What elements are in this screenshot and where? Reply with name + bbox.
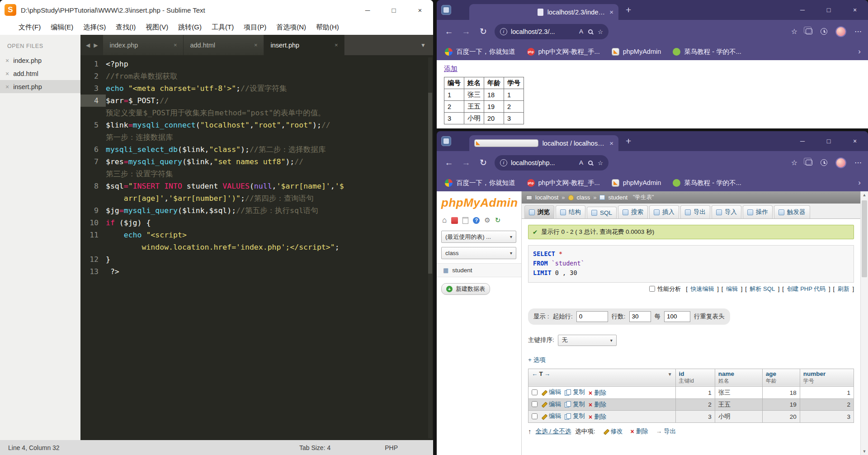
row-action-edit[interactable]: 编辑	[541, 412, 561, 420]
pma-tab[interactable]: 插入	[649, 205, 679, 218]
tab-close-icon[interactable]: ×	[174, 42, 177, 48]
browser-app-icon[interactable]	[441, 136, 451, 146]
add-favorite-icon[interactable]: ☆	[598, 159, 603, 166]
menu-item[interactable]: 帮助(H)	[311, 23, 344, 32]
bookmark-item[interactable]: phpMyAdmin	[612, 48, 661, 56]
inline-link[interactable]: [ 刷新 ]	[833, 285, 854, 292]
row-checkbox[interactable]	[532, 413, 538, 419]
footer-action-export[interactable]: →导出	[656, 427, 676, 436]
database-select[interactable]: class ▾	[441, 247, 516, 259]
sidebar-table-student[interactable]: ▦ student	[437, 263, 521, 277]
pma-tab[interactable]: 结构	[556, 205, 585, 218]
row-action-delete[interactable]: ×删除	[589, 413, 606, 421]
sort-select[interactable]: 无 ▾	[558, 335, 617, 346]
minimize-button[interactable]: ─	[789, 131, 816, 151]
bookmark-item[interactable]: 百度一下，你就知道	[445, 179, 515, 187]
tab-close-icon[interactable]: ×	[254, 42, 258, 48]
footer-action-change[interactable]: 修改	[603, 427, 623, 436]
inline-link[interactable]: [ 创建 PHP 代码 ]	[782, 285, 830, 292]
site-info-icon[interactable]: i	[500, 159, 507, 166]
forward-button[interactable]: →	[460, 27, 472, 37]
tab-close-icon[interactable]: ×	[609, 8, 613, 16]
options-toggle[interactable]: + 选项	[528, 356, 854, 364]
scrollbar-thumb[interactable]	[428, 93, 432, 274]
inline-link[interactable]: [ 解析 SQL ]	[745, 285, 779, 292]
menu-item[interactable]: 编辑(E)	[46, 23, 78, 32]
start-row-input[interactable]	[576, 311, 608, 322]
profile-avatar[interactable]	[835, 157, 846, 168]
browser-app-icon[interactable]	[441, 5, 451, 15]
editor-tab[interactable]: add.html×	[184, 35, 264, 55]
pma-tab[interactable]: 触发器	[774, 205, 810, 218]
bookmark-item[interactable]: 菜鸟教程 - 学的不...	[673, 47, 741, 56]
settings-menu-icon[interactable]: ⋯	[854, 27, 862, 36]
bookmarks-overflow-icon[interactable]: ›	[858, 47, 861, 56]
minimize-button[interactable]: ─	[354, 0, 381, 20]
new-tab-button[interactable]: +	[626, 5, 631, 15]
pma-tab[interactable]: 搜索	[618, 205, 648, 218]
open-file-item[interactable]: ×add.html	[0, 67, 80, 80]
favorites-icon[interactable]: ☆	[791, 27, 797, 36]
zoom-icon[interactable]	[588, 161, 593, 165]
scroll-up-icon[interactable]: ▲	[861, 191, 868, 199]
scroll-down-icon[interactable]: ▼	[861, 448, 868, 455]
breadcrumb-item[interactable]: localhost	[535, 194, 558, 201]
docs-icon[interactable]	[462, 217, 468, 224]
row-action-copy[interactable]: 复制	[565, 388, 585, 396]
read-aloud-icon[interactable]: A	[579, 28, 583, 35]
close-file-icon[interactable]: ×	[5, 83, 9, 90]
bookmark-item[interactable]: phpphp中文网-教程_手...	[527, 179, 600, 187]
row-checkbox[interactable]	[532, 389, 538, 395]
tab-size-indicator[interactable]: Tab Size: 4	[299, 444, 330, 451]
recent-tables-select[interactable]: (最近使用的表) ... ▾	[441, 231, 516, 243]
maximize-button[interactable]: □	[816, 131, 842, 151]
read-aloud-icon[interactable]: A	[579, 159, 583, 166]
back-button[interactable]: ←	[443, 27, 455, 37]
row-action-delete[interactable]: ×删除	[589, 389, 606, 397]
select-all-link[interactable]: 全选 / 全不选	[536, 427, 571, 436]
settings-menu-icon[interactable]: ⋯	[854, 158, 862, 167]
row-action-delete[interactable]: ×删除	[589, 401, 606, 409]
row-action-edit[interactable]: 编辑	[541, 388, 561, 396]
profiling-checkbox[interactable]	[649, 286, 655, 292]
open-file-item[interactable]: ×insert.php	[0, 80, 80, 93]
inline-link[interactable]: [ 快速编辑 ]	[686, 285, 718, 292]
pma-tab[interactable]: SQL	[587, 207, 617, 218]
syntax-mode[interactable]: PHP	[385, 444, 398, 451]
breadcrumb-item[interactable]: student	[608, 194, 627, 201]
pma-logo[interactable]: phpMyAdmin	[441, 196, 517, 210]
close-file-icon[interactable]: ×	[5, 57, 9, 64]
close-button[interactable]: ×	[407, 0, 433, 20]
menu-item[interactable]: 选择(S)	[78, 23, 111, 32]
breadcrumb-item[interactable]: class	[577, 194, 590, 201]
maximize-button[interactable]: □	[381, 0, 407, 20]
pma-tab[interactable]: 导入	[712, 205, 741, 218]
sort-right-icon[interactable]: →	[544, 370, 551, 377]
menu-item[interactable]: 视图(V)	[141, 23, 173, 32]
add-link[interactable]: 添加	[444, 65, 458, 72]
menu-item[interactable]: 工具(T)	[207, 23, 239, 32]
close-file-icon[interactable]: ×	[5, 70, 9, 77]
footer-action-delete[interactable]: ×删除	[631, 427, 648, 436]
zoom-icon[interactable]	[588, 29, 593, 34]
browser-tab[interactable]: localhost/2.3/index.php ×	[469, 4, 618, 20]
menu-item[interactable]: 跳转(G)	[173, 23, 207, 32]
bookmarks-overflow-icon[interactable]: ›	[858, 178, 861, 187]
profile-avatar[interactable]	[835, 26, 846, 37]
bookmark-item[interactable]: 菜鸟教程 - 学的不...	[673, 179, 741, 187]
editor-tab[interactable]: index.php×	[103, 35, 184, 55]
maximize-button[interactable]: □	[816, 0, 842, 20]
collections-icon[interactable]	[806, 160, 812, 166]
history-icon[interactable]	[821, 28, 827, 35]
column-menu-icon[interactable]: ▼	[668, 372, 672, 377]
help-icon[interactable]: ?	[473, 217, 480, 224]
row-action-copy[interactable]: 复制	[565, 400, 585, 408]
menu-item[interactable]: 文件(F)	[14, 23, 46, 32]
column-header[interactable]: id主键id	[675, 369, 715, 387]
pma-tab[interactable]: 导出	[680, 205, 710, 218]
tab-close-icon[interactable]: ×	[609, 139, 613, 147]
logout-icon[interactable]	[451, 217, 458, 224]
pma-tab[interactable]: 操作	[743, 205, 773, 218]
menu-item[interactable]: 查找(I)	[111, 23, 141, 32]
header-repeat-input[interactable]	[664, 311, 690, 322]
